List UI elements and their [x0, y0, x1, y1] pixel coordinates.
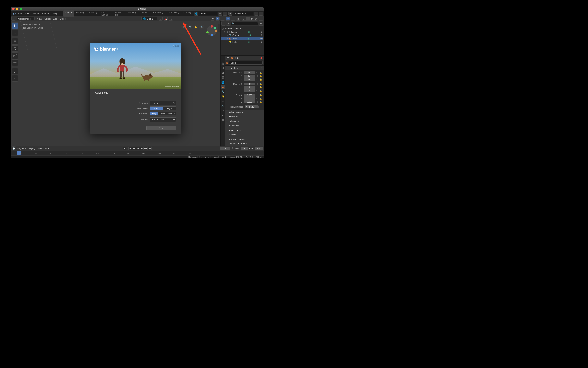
axis-z[interactable] [211, 25, 213, 28]
viewport-menu-select[interactable]: Select [43, 17, 52, 20]
scale-z[interactable]: 1.000 [244, 101, 255, 103]
spacebar-play[interactable]: Play [150, 112, 158, 115]
tab-modeling[interactable]: Modeling [74, 10, 87, 17]
timeline-menu-playback[interactable]: Playback [17, 147, 28, 149]
viewport-menu-add[interactable]: Add [52, 17, 58, 20]
scale-x[interactable]: 1.000 [244, 94, 255, 97]
tool-select-box[interactable] [12, 22, 18, 29]
outliner-item-camera[interactable]: ▸📷Camera◉👁 [221, 34, 263, 37]
panel-instancing[interactable]: Instancing [225, 123, 264, 128]
pin-icon[interactable]: 📌 [260, 57, 263, 59]
tool-move[interactable] [12, 38, 18, 45]
shading-wireframe-icon[interactable]: ◯ [242, 17, 246, 21]
outliner-display-icon[interactable]: ▾ [226, 22, 230, 26]
xray-icon[interactable]: ▦ [236, 17, 240, 21]
prop-tab-world[interactable]: 🌐 [221, 80, 225, 85]
prop-tab-data[interactable]: ▽ [221, 108, 225, 113]
tool-cursor[interactable] [12, 29, 18, 36]
tool-transform[interactable] [12, 59, 18, 66]
shortcuts-select[interactable]: Blender [149, 101, 176, 105]
menu-edit[interactable]: Edit [23, 12, 30, 15]
panel-transform[interactable]: Transform⠿ [225, 66, 264, 70]
pivot-icon[interactable]: ⊙ [159, 17, 163, 21]
jump-start-icon[interactable]: ⏮ [128, 147, 132, 150]
prop-tab-particles[interactable]: ✨ [221, 94, 225, 99]
tab-layout[interactable]: Layout [63, 10, 74, 17]
prop-tab-object[interactable]: ▣ [221, 85, 225, 89]
nav-camview-icon[interactable]: 📷 [187, 24, 193, 29]
jump-next-key-icon[interactable]: ▶▶ [144, 147, 148, 150]
scene-name-field[interactable]: Scene [200, 12, 218, 15]
lock-icon[interactable]: 🔓 [259, 72, 262, 74]
rot-z[interactable]: 0° [244, 89, 255, 92]
panel-custom-properties[interactable]: Custom Properties [225, 141, 264, 146]
overlay-toggle-icon[interactable]: ⊕ [226, 17, 230, 21]
rot-x[interactable]: 0° [244, 83, 255, 85]
jump-end-icon[interactable]: ⏭ [148, 147, 151, 150]
visibility-icon[interactable]: 👁 [211, 17, 214, 21]
spacebar-tools[interactable]: Tools [158, 112, 167, 115]
prop-tab-output[interactable]: 🖨 [221, 66, 225, 71]
timeline-menu-view[interactable]: View [38, 147, 42, 149]
orientation-select[interactable]: 🌐 Global ⌄ [141, 17, 158, 20]
select-with-left[interactable]: Left [150, 107, 163, 110]
tool-scale[interactable] [12, 52, 18, 59]
loc-y[interactable]: 0m [244, 75, 255, 78]
panel-visibility[interactable]: Visibility [225, 132, 264, 137]
rotation-mode-select[interactable]: XYZ Eu.. [245, 105, 259, 108]
panel-collections[interactable]: Collections [225, 119, 264, 123]
orbit-gizmo[interactable] [206, 25, 217, 36]
panel-relations[interactable]: Relations [225, 114, 264, 119]
tab-rendering[interactable]: Rendering [151, 10, 165, 17]
prop-tab-material[interactable]: ● [221, 113, 225, 118]
rot-y[interactable]: 0° [244, 86, 255, 89]
browse-scene-icon[interactable]: 🌐 [194, 12, 198, 16]
new-viewlayer-icon[interactable]: ⧉ [254, 12, 258, 16]
viewlayer-name-field[interactable]: View Layer [234, 12, 254, 15]
panel-motion-paths[interactable]: Motion Paths [225, 128, 264, 132]
gizmo-toggle-icon[interactable]: ✛ [216, 17, 219, 21]
next-button[interactable]: Next [146, 126, 176, 130]
tab-animation[interactable]: Animation [138, 10, 151, 17]
prop-tab-constraints[interactable]: 🔗 [221, 104, 225, 108]
panel-delta-transform[interactable]: Delta Transform [225, 110, 264, 114]
proportional-icon[interactable]: ◯ [169, 17, 173, 21]
prop-tab-modifiers[interactable]: 🔧 [221, 89, 225, 94]
snap-icon[interactable]: 🧲 [164, 17, 168, 21]
panel-viewport-display[interactable]: Viewport Display [225, 137, 264, 141]
new-scene-icon[interactable]: ⧉ [218, 12, 222, 16]
nav-zoom-icon[interactable]: 🔍 [199, 24, 204, 29]
render-toggle-icon[interactable]: ☑ [248, 30, 250, 33]
shading-dropdown-icon[interactable]: ⌄ [259, 17, 263, 21]
tab-shading[interactable]: Shading [126, 10, 138, 17]
spacebar-search[interactable]: Search [167, 112, 176, 115]
axis-y[interactable] [215, 29, 217, 32]
play-icon[interactable]: ▶ [140, 147, 144, 150]
outliner-item-light[interactable]: ▸💡Light◉👁 [221, 40, 263, 44]
outliner-search[interactable] [231, 22, 258, 25]
window-close[interactable] [12, 8, 15, 10]
prop-tab-texture[interactable]: ▦ [221, 118, 225, 122]
axis-x-neg[interactable] [206, 31, 209, 34]
outliner-collection[interactable]: ▾▢Collection☑👁 [221, 30, 263, 34]
shading-solid-icon[interactable]: ● [246, 17, 250, 21]
nav-camera-icon[interactable]: ▦ [181, 24, 186, 29]
select-with-right[interactable]: Right [163, 107, 176, 110]
tool-measure[interactable] [12, 75, 18, 82]
loc-x[interactable]: 0m [244, 71, 255, 74]
tool-rotate[interactable] [12, 45, 18, 52]
timeline-menu-keying[interactable]: Keying [28, 147, 37, 149]
blender-logo-icon[interactable] [12, 12, 16, 15]
prop-tab-render[interactable]: 📷 [221, 61, 225, 66]
timeline-ruler[interactable]: 1 20406080100120140160180200220240 [11, 151, 264, 155]
browse-viewlayer-icon[interactable]: ☰ [228, 12, 232, 16]
tab-scripting[interactable]: Scripting [181, 10, 193, 17]
mode-select[interactable]: Object Mode⌄ [17, 17, 35, 20]
prop-tab-scene[interactable]: 🎬 [221, 75, 225, 80]
delete-scene-icon[interactable]: ✕ [223, 12, 227, 16]
nav-pan-icon[interactable]: ✋ [193, 24, 198, 29]
viewport-menu-view[interactable]: View [36, 17, 43, 20]
current-frame-field[interactable]: 1 [220, 147, 230, 150]
tab-compositing[interactable]: Compositing [165, 10, 181, 17]
n-panel-toggle[interactable]: ‹ [218, 24, 220, 32]
